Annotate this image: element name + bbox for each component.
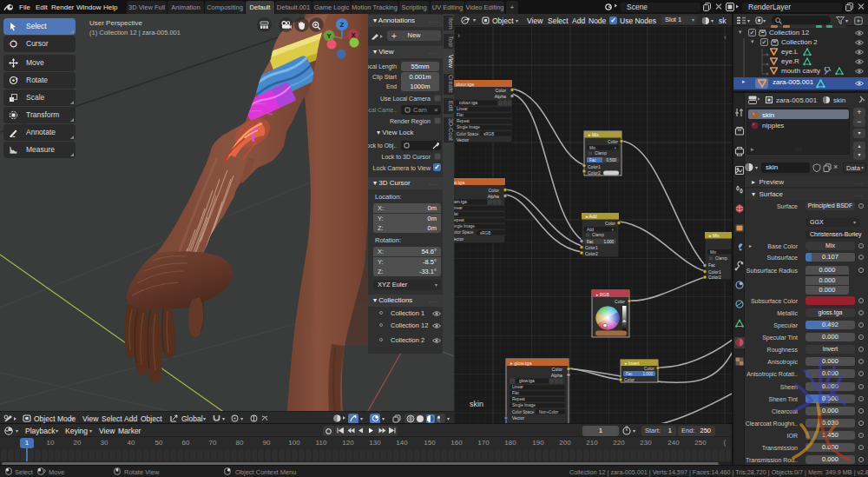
svg-text:Y: Y: [326, 32, 331, 40]
svg-text:▸ RGB: ▸ RGB: [596, 292, 609, 297]
svg-text:Color: Color: [552, 367, 563, 372]
svg-text:Fac: Fac: [626, 372, 633, 376]
svg-text:▸ Invert: ▸ Invert: [625, 361, 640, 366]
svg-text:Alpha: Alpha: [551, 373, 562, 378]
svg-text:Color2: Color2: [708, 275, 721, 280]
svg-text:Flat: Flat: [512, 391, 519, 395]
svg-text:Mix: Mix: [589, 146, 596, 150]
svg-text:sRGB: sRGB: [480, 231, 490, 235]
svg-text:Single Image: Single Image: [457, 125, 480, 129]
svg-text:▸ Mix: ▸ Mix: [589, 132, 599, 137]
svg-text:Fac: Fac: [587, 240, 594, 244]
svg-text:0.500: 0.500: [607, 158, 617, 162]
svg-text:Color2: Color2: [588, 170, 601, 176]
svg-text:Color: Color: [605, 221, 615, 226]
svg-text:Color Space: Color Space: [512, 410, 535, 414]
svg-text:a.tga: a.tga: [454, 180, 465, 185]
svg-text:Single Image: Single Image: [454, 224, 475, 229]
svg-text:Clamp: Clamp: [592, 233, 604, 237]
svg-text:Alpha: Alpha: [488, 194, 499, 199]
svg-text:olour.tga: olour.tga: [456, 82, 475, 87]
svg-text:Fac: Fac: [708, 263, 716, 268]
svg-text:Fac: Fac: [589, 158, 596, 162]
svg-text:Repeat: Repeat: [512, 397, 526, 401]
svg-text:Vector: Vector: [454, 236, 464, 242]
svg-text:Color Space: Color Space: [457, 132, 479, 136]
svg-text:colour.tga: colour.tga: [459, 101, 477, 105]
svg-text:Clamp: Clamp: [595, 151, 607, 156]
svg-text:▸ Add: ▸ Add: [586, 214, 597, 219]
svg-text:▸ glow.tga: ▸ glow.tga: [510, 361, 532, 366]
svg-text:Color: Color: [624, 377, 635, 382]
svg-text:Color: Color: [615, 299, 625, 304]
svg-text:Vector: Vector: [457, 137, 470, 142]
svg-text:Color1: Color1: [588, 164, 601, 169]
svg-text:Z: Z: [340, 21, 345, 29]
svg-text:Alpha: Alpha: [495, 94, 506, 99]
svg-text:Linear: Linear: [454, 206, 463, 210]
svg-text:Flat: Flat: [454, 212, 458, 216]
svg-text:Clamp: Clamp: [715, 256, 727, 261]
svg-text:Linear: Linear: [512, 385, 523, 389]
svg-text:glow.tga: glow.tga: [519, 379, 535, 383]
svg-text:Single Image: Single Image: [512, 403, 536, 407]
svg-text:Color2: Color2: [585, 251, 598, 256]
svg-text:Color Space: Color Space: [454, 230, 474, 235]
svg-text:Linear: Linear: [457, 107, 468, 111]
svg-text:▸ Mix: ▸ Mix: [709, 233, 720, 238]
svg-text:Non+Color: Non+Color: [539, 410, 559, 414]
svg-text:Color: Color: [489, 188, 500, 193]
svg-text:Repeat: Repeat: [454, 218, 465, 222]
svg-text:1.000: 1.000: [604, 240, 615, 244]
svg-text:Flat: Flat: [457, 113, 464, 117]
svg-text:Color: Color: [644, 366, 654, 371]
svg-text:Color: Color: [496, 88, 507, 93]
svg-text:am.tga: am.tga: [454, 200, 467, 204]
svg-text:Vector: Vector: [512, 415, 525, 421]
svg-text:Color: Color: [608, 139, 618, 144]
svg-text:Color1: Color1: [708, 269, 721, 275]
svg-text:1.000: 1.000: [643, 372, 654, 376]
svg-text:Color1: Color1: [585, 245, 598, 250]
svg-text:Mix: Mix: [710, 250, 717, 255]
svg-text:Add: Add: [587, 228, 595, 232]
svg-text:Repeat: Repeat: [457, 119, 470, 123]
svg-text:sRGB: sRGB: [483, 132, 494, 136]
